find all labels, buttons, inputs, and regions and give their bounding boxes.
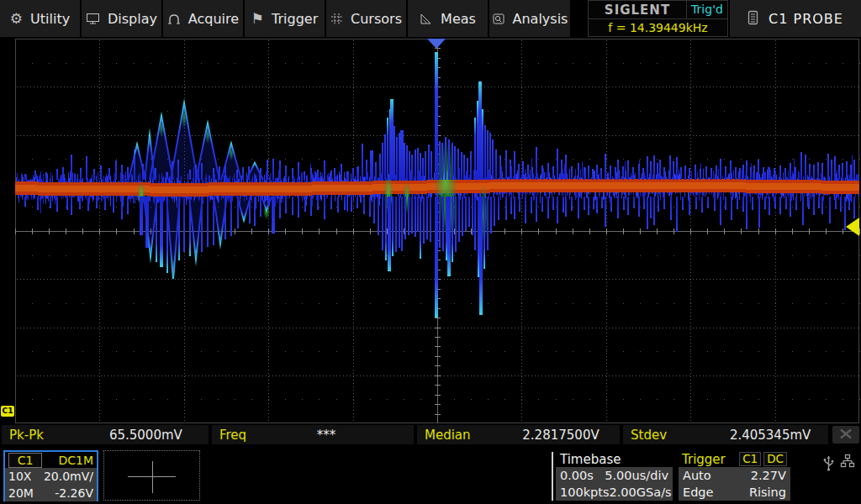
top-menu-bar: ⚙ Utility Display Acquire ⚑ Trigger Curs…	[0, 0, 861, 39]
channel-offset-marker[interactable]: C1	[1, 406, 14, 417]
measurement-value: 2.2817500V	[522, 428, 599, 443]
measurement-stdev[interactable]: Stdev 2.405345mV	[623, 425, 828, 444]
menu-label: Acquire	[188, 11, 239, 27]
channel-name-chip[interactable]: C1	[8, 453, 42, 468]
measurement-label: Median	[417, 428, 522, 443]
trigger-coupling-chip[interactable]: DC	[763, 452, 787, 466]
trigger-mode: Auto	[683, 469, 711, 482]
measurement-label: Freq	[212, 428, 317, 443]
probe-icon	[747, 9, 758, 29]
menu-item-display[interactable]: Display	[82, 0, 161, 37]
channel-info-box[interactable]: C1 DC1M 10X 20.0mV/ 20M -2.26V	[3, 450, 98, 501]
add-channel-box[interactable]	[103, 450, 200, 501]
trigger-title: Trigger	[682, 452, 737, 467]
measurement-value: ***	[317, 428, 336, 443]
menu-label: Meas	[441, 11, 476, 27]
measurement-close-button[interactable]	[832, 426, 859, 444]
menu-label: Utility	[30, 11, 70, 27]
crosshatch-icon	[330, 13, 343, 25]
timebase-panel[interactable]: Timebase 0.00s 5.00us/div 100kpts 2.00GS…	[556, 451, 673, 501]
timebase-scale: 5.00us/div	[605, 469, 668, 482]
channel-attenuation: 10X	[8, 470, 31, 483]
channel-offset-value: -2.26V	[55, 486, 93, 500]
gear-icon: ⚙	[10, 12, 23, 26]
menu-item-analysis[interactable]: Analysis	[489, 0, 570, 37]
timebase-delay: 0.00s	[560, 469, 594, 482]
measurement-median[interactable]: Median 2.2817500V	[417, 425, 620, 444]
measurement-freq[interactable]: Freq ***	[212, 425, 414, 444]
trigger-type: Edge	[683, 486, 714, 499]
setsquare-icon	[420, 13, 433, 25]
timebase-points: 100kpts	[560, 486, 610, 499]
trigger-level: 2.27V	[751, 469, 786, 482]
probe-menu-button[interactable]: C1 PROBE	[730, 0, 861, 37]
trigger-status-badge: Trig'd	[686, 1, 727, 18]
oscilloscope-screen: ⚙ Utility Display Acquire ⚑ Trigger Curs…	[0, 0, 861, 504]
close-icon	[839, 427, 853, 443]
menu-label: Cursors	[351, 11, 402, 27]
menu-item-utility[interactable]: ⚙ Utility	[0, 0, 80, 37]
menu-label: Trigger	[272, 11, 318, 27]
menu-label: Display	[108, 11, 157, 27]
channel-scale: 20.0mV/	[44, 470, 93, 483]
magnifier-doc-icon	[492, 13, 505, 25]
lan-icon	[840, 454, 855, 475]
usb-icon	[822, 454, 835, 475]
menu-item-meas[interactable]: Meas	[408, 0, 488, 37]
channel-bandwidth: 20M	[8, 486, 34, 500]
probe-label: C1 PROBE	[769, 11, 843, 27]
trigger-level-marker[interactable]	[846, 218, 859, 236]
frequency-counter: f = 14.39449kHz	[589, 19, 727, 37]
measurement-label: Stdev	[623, 428, 730, 443]
siglent-logo: SIGLENT	[589, 3, 686, 18]
measurement-bar: Pk-Pk 65.5000mV Freq *** Median 2.281750…	[0, 425, 861, 445]
brand-status-panel: SIGLENT Trig'd f = 14.39449kHz	[588, 0, 728, 37]
timebase-rate: 2.00GSa/s	[610, 486, 672, 499]
trigger-panel[interactable]: Trigger C1 DC Auto 2.27V Edge Rising	[679, 451, 790, 501]
arch-icon	[167, 13, 181, 25]
trigger-slope: Rising	[749, 486, 786, 499]
measurement-label: Pk-Pk	[2, 428, 109, 443]
menu-item-cursors[interactable]: Cursors	[326, 0, 406, 37]
flag-icon: ⚑	[251, 12, 264, 26]
menu-label: Analysis	[513, 11, 568, 27]
measurement-pkpk[interactable]: Pk-Pk 65.5000mV	[2, 425, 209, 444]
trigger-position-marker[interactable]	[427, 39, 446, 49]
timebase-title: Timebase	[556, 451, 673, 467]
channel-coupling: DC1M	[58, 454, 93, 467]
menu-item-acquire[interactable]: Acquire	[163, 0, 243, 37]
bottom-status-bar: C1 DC1M 10X 20.0mV/ 20M -2.26V Timebase …	[0, 447, 861, 504]
waveform-canvas	[0, 39, 861, 423]
monitor-icon	[86, 12, 100, 25]
panel-separator	[552, 452, 553, 501]
measurement-value: 2.405345mV	[730, 428, 811, 443]
trigger-source-chip[interactable]: C1	[739, 452, 761, 466]
menu-item-trigger[interactable]: ⚑ Trigger	[245, 0, 325, 37]
waveform-display-area[interactable]: C1	[0, 39, 861, 423]
measurement-value: 65.5000mV	[109, 428, 182, 443]
